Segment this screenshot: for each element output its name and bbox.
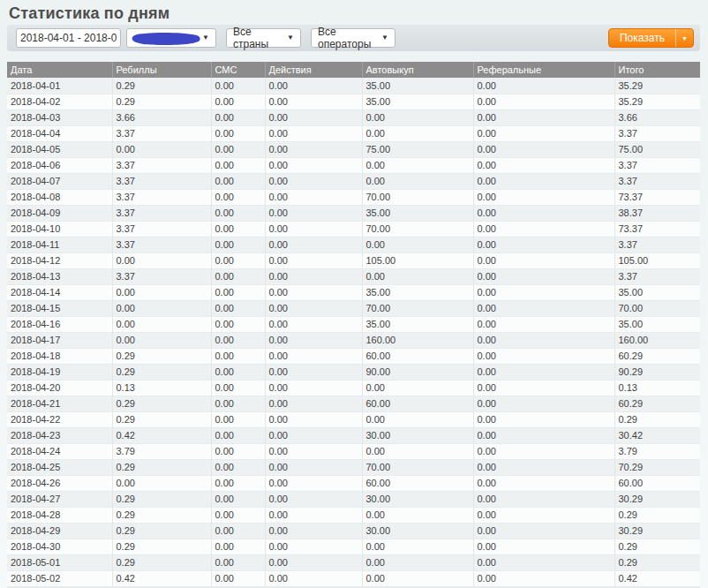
table-row: 2018-04-063.370.000.000.000.003.37 — [7, 157, 700, 173]
show-button-dropdown[interactable]: ▼ — [675, 29, 693, 47]
cell-value: 0.00 — [211, 427, 265, 443]
cell-value: 0.00 — [473, 205, 614, 221]
cell-value: 30.29 — [614, 523, 700, 539]
table-row: 2018-04-150.000.000.0070.000.0070.00 — [7, 300, 700, 316]
cell-value: 3.37 — [112, 237, 211, 253]
cell-value: 70.00 — [362, 189, 473, 205]
cell-value: 70.00 — [362, 459, 473, 475]
table-row: 2018-04-093.370.000.0035.000.0038.37 — [7, 205, 700, 221]
cell-value: 0.00 — [211, 443, 265, 459]
cell-value: 0.00 — [473, 411, 614, 427]
table-row: 2018-04-050.000.000.0075.000.0075.00 — [7, 141, 700, 157]
cell-value: 0.00 — [362, 109, 473, 125]
cell-value: 0.00 — [211, 78, 265, 94]
country-select[interactable]: Все страны ▼ — [226, 28, 301, 48]
cell-value: 0.00 — [265, 491, 362, 507]
cell-date: 2018-04-23 — [7, 427, 112, 443]
cell-date: 2018-04-24 — [7, 443, 112, 459]
cell-value: 73.37 — [614, 221, 700, 237]
cell-value: 0.00 — [473, 284, 614, 300]
chevron-down-icon: ▼ — [682, 35, 688, 41]
cell-value: 0.00 — [473, 554, 614, 570]
cell-value: 0.00 — [473, 237, 614, 253]
cell-value: 3.37 — [614, 157, 700, 173]
cell-value: 3.66 — [614, 109, 700, 125]
column-header: Действия — [265, 62, 362, 78]
cell-value: 0.00 — [265, 554, 362, 570]
table-row: 2018-04-073.370.000.000.000.003.37 — [7, 173, 700, 189]
cell-value: 0.00 — [265, 507, 362, 523]
cell-value: 0.00 — [265, 427, 362, 443]
cell-value: 75.00 — [614, 141, 700, 157]
cell-value: 73.37 — [614, 189, 700, 205]
cell-value: 3.37 — [112, 157, 211, 173]
cell-value: 0.00 — [473, 570, 614, 586]
cell-value: 0.00 — [473, 507, 614, 523]
table-row: 2018-04-140.000.000.0035.000.0035.00 — [7, 284, 700, 300]
cell-value: 0.00 — [362, 173, 473, 189]
operator-select[interactable]: Все операторы ▼ — [311, 28, 395, 48]
cell-value: 0.00 — [265, 300, 362, 316]
stats-table-container: ДатаРебиллыСМСДействияАвтовыкупРеферальн… — [7, 62, 700, 588]
cell-date: 2018-04-26 — [7, 475, 112, 491]
cell-value: 0.29 — [112, 507, 211, 523]
cell-value: 0.00 — [112, 316, 211, 332]
table-row: 2018-04-043.370.000.000.000.003.37 — [7, 125, 700, 141]
cell-value: 35.00 — [614, 284, 700, 300]
cell-value: 35.29 — [614, 78, 700, 94]
cell-value: 0.00 — [265, 125, 362, 141]
cell-value: 0.29 — [112, 523, 211, 539]
cell-date: 2018-04-22 — [7, 411, 112, 427]
cell-value: 0.00 — [362, 411, 473, 427]
cell-value: 0.00 — [362, 157, 473, 173]
cell-value: 0.00 — [473, 475, 614, 491]
show-button[interactable]: Показать ▼ — [608, 28, 694, 48]
cell-value: 0.00 — [211, 523, 265, 539]
country-select-value: Все страны — [233, 26, 287, 50]
cell-value: 0.00 — [265, 173, 362, 189]
cell-value: 0.00 — [362, 237, 473, 253]
cell-value: 0.00 — [211, 268, 265, 284]
cell-value: 0.00 — [265, 396, 362, 411]
table-row: 2018-04-220.290.000.000.000.000.29 — [7, 411, 700, 427]
cell-value: 0.00 — [473, 157, 614, 173]
column-header: Автовыкуп — [362, 62, 473, 78]
cell-value: 3.66 — [112, 109, 211, 125]
cell-value: 0.00 — [473, 491, 614, 507]
table-row: 2018-04-250.290.000.0070.000.0070.29 — [7, 459, 700, 475]
chevron-down-icon: ▼ — [287, 34, 294, 41]
cell-value: 3.37 — [112, 268, 211, 284]
cell-value: 3.37 — [112, 205, 211, 221]
cell-date: 2018-04-10 — [7, 221, 112, 237]
cell-value: 3.37 — [112, 221, 211, 237]
cell-value: 0.00 — [211, 491, 265, 507]
cell-value: 0.00 — [473, 364, 614, 380]
cell-date: 2018-04-20 — [7, 380, 112, 396]
cell-value: 0.00 — [473, 316, 614, 332]
cell-value: 3.37 — [112, 173, 211, 189]
cell-value: 35.00 — [362, 284, 473, 300]
cell-value: 0.00 — [112, 475, 211, 491]
table-row: 2018-04-033.660.000.000.000.003.66 — [7, 109, 700, 125]
cell-value: 0.00 — [473, 459, 614, 475]
cell-value: 35.00 — [362, 78, 473, 94]
cell-value: 0.00 — [211, 94, 265, 109]
cell-value: 0.00 — [265, 459, 362, 475]
table-row: 2018-04-300.290.000.000.000.000.29 — [7, 539, 700, 554]
cell-date: 2018-04-28 — [7, 507, 112, 523]
cell-value: 0.00 — [265, 221, 362, 237]
cell-value: 0.00 — [473, 253, 614, 268]
cell-date: 2018-04-18 — [7, 348, 112, 364]
cell-date: 2018-04-03 — [7, 109, 112, 125]
cell-value: 0.00 — [473, 523, 614, 539]
date-range-input[interactable] — [16, 28, 121, 48]
offer-select[interactable]: ▼ — [126, 28, 216, 48]
cell-value: 0.00 — [362, 539, 473, 554]
cell-value: 0.13 — [614, 380, 700, 396]
table-row: 2018-04-210.290.000.0060.000.0060.29 — [7, 396, 700, 411]
cell-value: 35.00 — [362, 205, 473, 221]
cell-value: 0.00 — [211, 284, 265, 300]
cell-value: 0.00 — [473, 221, 614, 237]
cell-date: 2018-04-12 — [7, 253, 112, 268]
cell-value: 0.00 — [265, 364, 362, 380]
